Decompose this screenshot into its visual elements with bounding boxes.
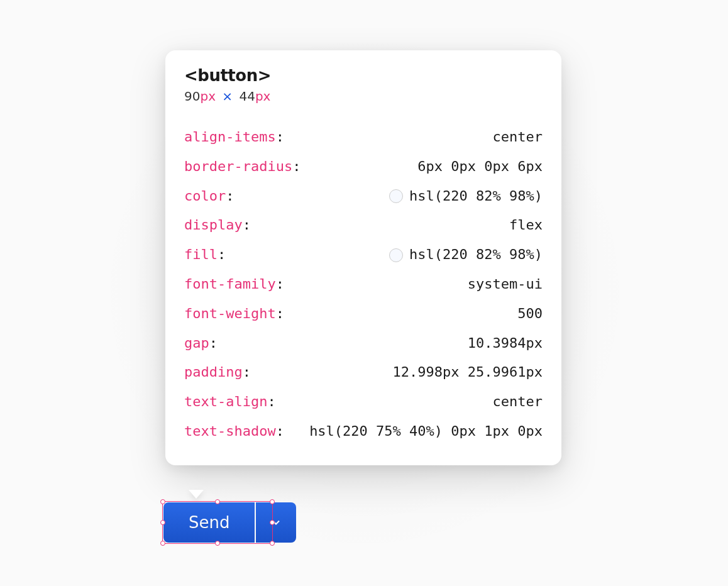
css-property-name: text-shadow:	[184, 422, 284, 441]
css-property-name: border-radius:	[184, 157, 301, 177]
tooltip-pointer	[189, 490, 204, 499]
css-property-value: center	[297, 128, 543, 147]
color-swatch-icon	[389, 189, 403, 203]
element-dimensions: 90px × 44px	[184, 89, 543, 104]
css-property-name: color:	[184, 187, 234, 206]
css-property-value: 12.998px 25.9961px	[263, 363, 543, 382]
css-property-name: display:	[184, 216, 251, 235]
css-property-value: hsl(220 82% 98%)	[238, 245, 543, 265]
width-unit: px	[200, 89, 216, 104]
css-property-row: align-items:center	[184, 123, 543, 152]
css-property-row: text-align:center	[184, 387, 543, 417]
css-property-row: border-radius:6px 0px 0px 6px	[184, 152, 543, 182]
css-property-value: hsl(220 82% 98%)	[246, 187, 543, 206]
height-unit: px	[255, 89, 271, 104]
css-property-value: 500	[297, 304, 543, 324]
css-property-value: flex	[263, 216, 543, 235]
css-property-value: 10.3984px	[230, 334, 543, 353]
css-property-row: text-shadow:hsl(220 75% 40%) 0px 1px 0px	[184, 417, 543, 446]
css-property-name: fill:	[184, 245, 226, 265]
css-property-row: color:hsl(220 82% 98%)	[184, 182, 543, 211]
send-button[interactable]: Send	[163, 502, 255, 543]
css-property-name: gap:	[184, 334, 218, 353]
css-property-row: display:flex	[184, 211, 543, 240]
css-property-name: font-family:	[184, 275, 284, 294]
dimensions-separator: ×	[222, 89, 233, 104]
inspector-tooltip: <button> 90px × 44px align-items:centerb…	[165, 50, 561, 465]
css-property-value: system-ui	[297, 275, 543, 294]
css-property-name: font-weight:	[184, 304, 284, 324]
width-value: 90	[184, 89, 200, 104]
element-tag-label: <button>	[184, 66, 543, 85]
send-button-group: Send	[163, 502, 296, 543]
css-property-row: fill:hsl(220 82% 98%)	[184, 240, 543, 270]
css-property-value: center	[289, 392, 543, 412]
css-properties-list: align-items:centerborder-radius:6px 0px …	[184, 123, 543, 446]
css-property-row: font-weight:500	[184, 299, 543, 329]
color-swatch-icon	[389, 248, 403, 262]
css-property-row: padding:12.998px 25.9961px	[184, 358, 543, 387]
height-value: 44	[239, 89, 255, 104]
css-property-value: hsl(220 75% 40%) 0px 1px 0px	[297, 422, 543, 441]
css-property-row: font-family:system-ui	[184, 270, 543, 299]
css-property-value: 6px 0px 0px 6px	[313, 157, 543, 177]
css-property-name: text-align:	[184, 392, 276, 412]
send-options-dropdown-button[interactable]	[256, 502, 296, 543]
css-property-name: align-items:	[184, 128, 284, 147]
css-property-name: padding:	[184, 363, 251, 382]
chevron-down-icon	[270, 516, 282, 529]
css-property-row: gap:10.3984px	[184, 329, 543, 358]
